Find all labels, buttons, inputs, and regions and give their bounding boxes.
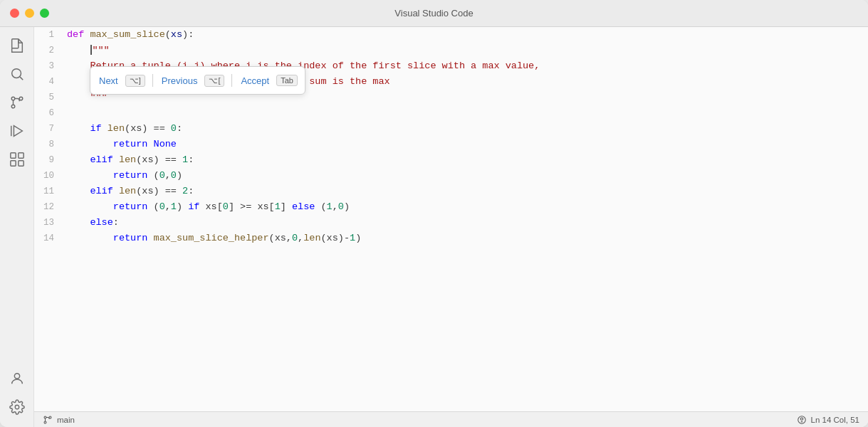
- status-right: Ln 14 Col, 51: [797, 415, 859, 425]
- activity-bar: [0, 27, 34, 427]
- svg-point-4: [11, 105, 15, 108]
- svg-point-3: [11, 97, 15, 100]
- svg-point-15: [44, 421, 46, 423]
- table-row: 9 elif len(xs) == 1:: [34, 152, 868, 168]
- previous-kbd: ⌥[: [204, 75, 224, 87]
- table-row: 14 return max_sum_slice_helper(xs,0,len(…: [34, 231, 868, 246]
- vscode-window: Visual Studio Code: [0, 0, 868, 427]
- traffic-lights: [10, 9, 49, 18]
- status-left: main: [43, 415, 75, 425]
- svg-point-13: [15, 405, 19, 409]
- svg-line-2: [20, 77, 23, 80]
- divider-2: [231, 74, 232, 87]
- activity-bar-bottom: [4, 366, 30, 427]
- svg-rect-8: [10, 153, 15, 158]
- editor-area: Next ⌥] Previous ⌥[ Accept Tab 1 def max…: [34, 27, 868, 427]
- cursor-position: Ln 14 Col, 51: [811, 416, 859, 424]
- divider-1: [152, 74, 153, 87]
- svg-rect-0: [11, 39, 18, 48]
- sidebar-item-run[interactable]: [4, 118, 30, 144]
- main-content: Next ⌥] Previous ⌥[ Accept Tab 1 def max…: [0, 27, 868, 427]
- branch-icon: [43, 415, 53, 425]
- inline-suggestion-bar: Next ⌥] Previous ⌥[ Accept Tab: [90, 66, 305, 95]
- svg-point-12: [14, 374, 19, 379]
- svg-rect-9: [18, 153, 23, 158]
- sidebar-item-source-control[interactable]: [4, 90, 30, 115]
- svg-point-1: [11, 69, 21, 78]
- previous-button[interactable]: Previous: [160, 73, 199, 89]
- branch-name: main: [57, 416, 75, 424]
- sidebar-item-extensions[interactable]: [4, 147, 30, 172]
- accept-button[interactable]: Accept: [239, 73, 271, 89]
- table-row: 11 elif len(xs) == 2:: [34, 184, 868, 199]
- next-kbd: ⌥]: [125, 75, 145, 87]
- table-row: 10 return (0,0): [34, 168, 868, 184]
- sidebar-item-search[interactable]: [4, 61, 30, 87]
- accept-kbd: Tab: [276, 75, 298, 86]
- table-row: 13 else:: [34, 215, 868, 231]
- table-row: 8 return None: [34, 137, 868, 152]
- svg-rect-10: [10, 161, 15, 166]
- minimize-button[interactable]: [25, 9, 34, 18]
- maximize-button[interactable]: [40, 9, 49, 18]
- sidebar-item-account[interactable]: [4, 366, 30, 391]
- next-button[interactable]: Next: [98, 73, 120, 89]
- close-button[interactable]: [10, 9, 19, 18]
- sidebar-item-settings[interactable]: [4, 394, 30, 420]
- titlebar: Visual Studio Code: [0, 0, 868, 27]
- svg-marker-6: [14, 126, 22, 137]
- sidebar-item-files[interactable]: [4, 33, 30, 58]
- copilot-icon: [797, 415, 807, 425]
- table-row: 12 return (0,1) if xs[0] >= xs[1] else (…: [34, 199, 868, 215]
- table-row: 6: [34, 105, 868, 121]
- status-bar: main Ln 14 Col, 51: [34, 411, 868, 427]
- table-row: 7 if len(xs) == 0:: [34, 121, 868, 137]
- window-title: Visual Studio Code: [394, 8, 473, 19]
- table-row: 1 def max_sum_slice(xs):: [34, 27, 868, 43]
- svg-point-5: [19, 97, 23, 100]
- table-row: 2 """: [34, 43, 868, 58]
- svg-rect-11: [18, 161, 23, 166]
- svg-point-14: [44, 416, 46, 418]
